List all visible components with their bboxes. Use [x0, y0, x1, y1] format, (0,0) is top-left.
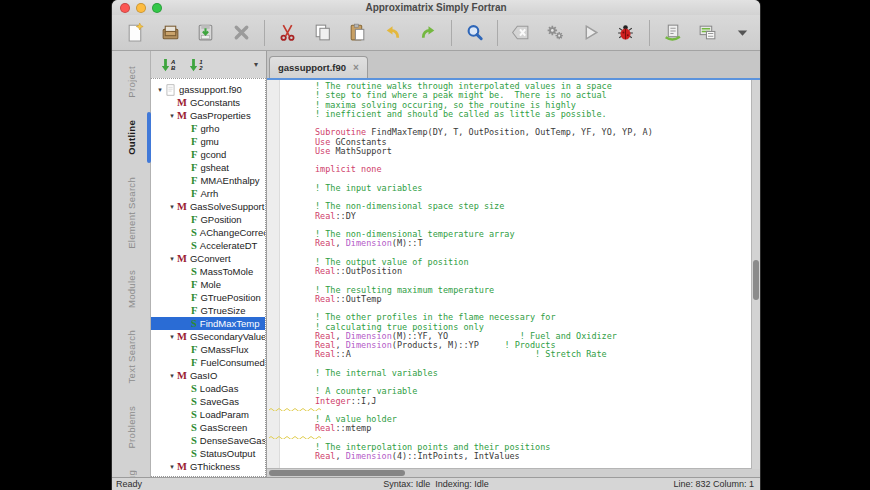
debug-button[interactable] [612, 19, 640, 47]
tree-item-gtrueposition[interactable]: FGTruePosition [151, 291, 265, 304]
tree-item-arrh[interactable]: FArrh [151, 187, 265, 200]
subroutine-icon: S [191, 435, 197, 446]
close-tab-icon[interactable]: × [353, 63, 359, 73]
tree-item-gasio[interactable]: ▾MGasIO [151, 369, 265, 382]
code-line: Real::mtemp [315, 424, 752, 433]
sidebar-tab-problems[interactable]: Problems [112, 395, 150, 460]
find-icon [464, 22, 485, 43]
run-button[interactable] [577, 19, 605, 47]
paste-button[interactable] [344, 19, 372, 47]
tree-item-findmaxtemp[interactable]: SFindMaxTemp [151, 317, 265, 330]
halt-icon [510, 22, 531, 43]
sidebar-tab-strip: ProjectOutlineElement SearchModulesText … [112, 51, 151, 477]
vertical-scrollbar[interactable] [751, 80, 760, 469]
tree-item-gasproperties[interactable]: ▾MGasProperties [151, 109, 265, 122]
find-button[interactable] [460, 19, 488, 47]
module-icon: M [177, 331, 187, 342]
tree-item-grho[interactable]: Fgrho [151, 122, 265, 135]
tree-item-mmaenthalpy[interactable]: FMMAEnthalpy [151, 174, 265, 187]
tree-item-gmu[interactable]: Fgmu [151, 135, 265, 148]
undo-button[interactable] [379, 19, 407, 47]
function-icon: F [191, 188, 197, 199]
subroutine-icon: S [191, 240, 197, 251]
close-file-button[interactable] [227, 19, 255, 47]
tree-item-label: AChangeCorrect [200, 227, 266, 238]
expander-icon: ▾ [167, 462, 177, 472]
sidebar-tab-modules[interactable]: Modules [112, 259, 150, 319]
new-file-button[interactable] [122, 19, 150, 47]
tree-item-gcond[interactable]: Fgcond [151, 148, 265, 161]
main-area: ProjectOutlineElement SearchModulesText … [112, 51, 760, 477]
sidebar-tab-project[interactable]: Project [112, 55, 150, 109]
tree-item-label: gassupport.f90 [179, 84, 242, 95]
cut-icon [277, 22, 298, 43]
sidebar-tab-label: Element Search [126, 177, 137, 249]
save-button[interactable] [192, 19, 220, 47]
halt-build-button[interactable] [506, 19, 534, 47]
sort-position-button[interactable]: 12 [189, 58, 202, 72]
tree-item-statusoutput[interactable]: SStatusOutput [151, 447, 265, 460]
expander-icon: ▾ [155, 85, 165, 95]
tree-item-gassolvesupport[interactable]: ▾MGasSolveSupport [151, 200, 265, 213]
redo-button[interactable] [414, 19, 442, 47]
subroutine-icon: S [191, 409, 197, 420]
vertical-scrollbar-thumb[interactable] [753, 260, 759, 300]
open-button[interactable] [157, 19, 185, 47]
sidebar-tab-label: Problems [126, 406, 137, 449]
toolbar-separator [649, 20, 650, 46]
modified-line-squiggle [269, 435, 321, 439]
tree-item-gmassflux[interactable]: FGMassFlux [151, 343, 265, 356]
open-project-icon [160, 22, 181, 43]
tree-item-loadparam[interactable]: SLoadParam [151, 408, 265, 421]
tree-item-label: GMassFlux [200, 344, 248, 355]
window-title: Approximatrix Simply Fortran [112, 2, 760, 13]
code-line: ! A value holder [315, 415, 752, 424]
console-window-button[interactable] [693, 19, 721, 47]
outline-tree: ▾gassupport.f90MGConstants▾MGasPropertie… [151, 78, 266, 477]
editor-tab-gassupport[interactable]: gassupport.f90 × [269, 56, 368, 78]
horizontal-scrollbar[interactable] [267, 468, 752, 477]
function-icon: F [191, 149, 197, 160]
tree-item-gposition[interactable]: FGPosition [151, 213, 265, 226]
sidebar-tab-label: Outline [126, 120, 137, 155]
sidebar-tab-label: Text Search [126, 330, 137, 383]
sidebar-tab-label: Project [126, 66, 137, 98]
tree-item-gthickness[interactable]: ▾MGThickness [151, 460, 265, 473]
code-view[interactable]: ! The routine walks through interpolated… [267, 80, 760, 477]
toolbar-overflow-button[interactable] [728, 19, 756, 47]
horizontal-scrollbar-thumb[interactable] [269, 470, 405, 476]
sidebar-tab-outline[interactable]: Outline [112, 109, 150, 166]
tree-item-achangecorrect[interactable]: SAChangeCorrect [151, 226, 265, 239]
build-button[interactable] [541, 19, 569, 47]
tree-item-label: GasSolveSupport [190, 201, 264, 212]
tree-item-gconstants[interactable]: MGConstants [151, 96, 265, 109]
outline-toolbar: AB 12 ▾ [151, 51, 266, 78]
outline-menu-button[interactable]: ▾ [250, 60, 262, 69]
sort-arrow-icon [161, 58, 170, 72]
tree-item-fuelconsumed[interactable]: FFuelConsumed [151, 356, 265, 369]
launch-console-button[interactable] [658, 19, 686, 47]
sort-alphabetical-button[interactable]: AB [161, 58, 175, 72]
tree-item-loadgas[interactable]: SLoadGas [151, 382, 265, 395]
tree-item-gconvert[interactable]: ▾MGConvert [151, 252, 265, 265]
sidebar-tab-label: Modules [126, 270, 137, 308]
tree-item-mole[interactable]: FMole [151, 278, 265, 291]
tree-item-densesavegas[interactable]: SDenseSaveGas [151, 434, 265, 447]
editor-tab-bar: gassupport.f90 × [267, 51, 760, 80]
tree-item-gsheat[interactable]: Fgsheat [151, 161, 265, 174]
tree-item-gasscreen[interactable]: SGasScreen [151, 421, 265, 434]
copy-button[interactable] [308, 19, 336, 47]
tree-item-gsecondaryvalues[interactable]: ▾MGSecondaryValues [151, 330, 265, 343]
function-icon: F [191, 123, 197, 134]
tree-item-gtruesize[interactable]: FGTrueSize [151, 304, 265, 317]
expander-icon: ▾ [167, 202, 177, 212]
tree-item-masstomole[interactable]: SMassToMole [151, 265, 265, 278]
tree-item-gassupport-f90[interactable]: ▾gassupport.f90 [151, 83, 265, 96]
chevron-down-icon: ▾ [254, 60, 258, 69]
tree-item-label: GConstants [190, 97, 240, 108]
tree-item-savegas[interactable]: SSaveGas [151, 395, 265, 408]
sidebar-tab-text-search[interactable]: Text Search [112, 319, 150, 394]
cut-button[interactable] [273, 19, 301, 47]
tree-item-acceleratedt[interactable]: SAccelerateDT [151, 239, 265, 252]
sidebar-tab-element-search[interactable]: Element Search [112, 166, 150, 260]
